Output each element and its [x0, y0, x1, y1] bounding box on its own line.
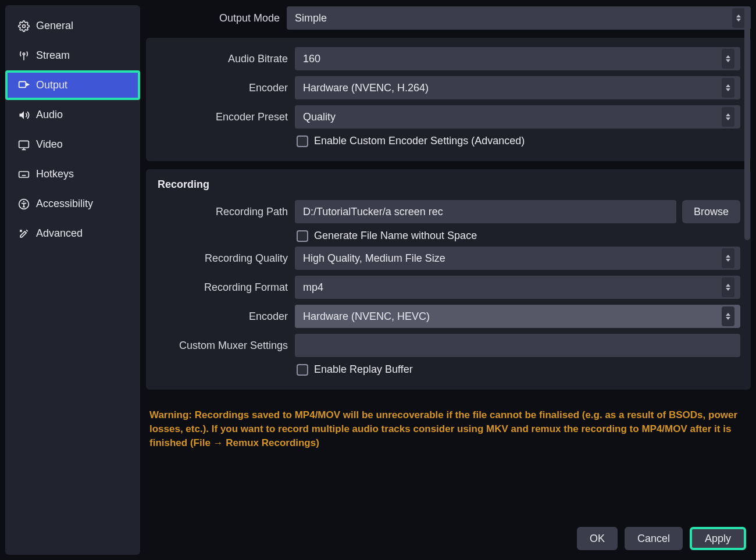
recording-panel: Recording Recording Path D:/TutorialTuck… — [146, 169, 751, 390]
recording-encoder-label: Encoder — [154, 311, 289, 323]
sidebar-item-advanced[interactable]: Advanced — [5, 219, 140, 248]
recording-path-value: D:/TutorialTucker/a screen rec — [303, 206, 443, 218]
dropdown-spinner-icon[interactable] — [732, 8, 745, 28]
dropdown-spinner-icon[interactable] — [722, 78, 734, 98]
scrollbar[interactable] — [744, 8, 751, 497]
custom-muxer-label: Custom Muxer Settings — [154, 340, 289, 352]
sidebar-item-label: Video — [36, 138, 63, 151]
recording-format-select[interactable]: mp4 — [295, 276, 740, 299]
generate-filename-no-space-checkbox[interactable] — [297, 230, 308, 242]
svg-rect-2 — [19, 81, 26, 87]
recording-encoder-value: Hardware (NVENC, HEVC) — [303, 311, 430, 323]
enable-replay-buffer-label: Enable Replay Buffer — [314, 363, 413, 376]
antenna-icon — [18, 50, 30, 62]
speaker-icon — [18, 109, 30, 121]
recording-format-value: mp4 — [303, 281, 323, 294]
svg-point-0 — [23, 24, 26, 27]
recording-quality-value: High Quality, Medium File Size — [303, 252, 445, 265]
stream-encoder-label: Encoder — [154, 82, 289, 94]
apply-button[interactable]: Apply — [690, 527, 746, 550]
sidebar-item-accessibility[interactable]: Accessibility — [5, 189, 140, 219]
sidebar-item-label: Accessibility — [36, 198, 93, 210]
enable-custom-encoder-checkbox[interactable] — [297, 135, 308, 147]
sidebar-item-video[interactable]: Video — [5, 130, 140, 159]
enable-custom-encoder-label: Enable Custom Encoder Settings (Advanced… — [314, 135, 525, 147]
dropdown-spinner-icon[interactable] — [722, 248, 734, 268]
sidebar-item-label: Audio — [36, 109, 63, 121]
custom-muxer-input[interactable] — [295, 334, 740, 357]
dropdown-spinner-icon[interactable] — [722, 306, 734, 326]
encoder-preset-value: Quality — [303, 111, 336, 123]
scroll-thumb[interactable] — [744, 8, 750, 240]
ok-button[interactable]: OK — [577, 527, 618, 550]
generate-filename-no-space-label: Generate File Name without Space — [314, 230, 477, 242]
stream-encoder-select[interactable]: Hardware (NVENC, H.264) — [295, 76, 740, 99]
sidebar-item-label: Stream — [36, 49, 70, 62]
settings-main: Output Mode Simple Audio Bitrate 160 — [146, 5, 751, 555]
dropdown-spinner-icon[interactable] — [722, 277, 734, 297]
sidebar-item-label: Hotkeys — [36, 168, 74, 180]
recording-encoder-select[interactable]: Hardware (NVENC, HEVC) — [295, 305, 740, 328]
sidebar-item-audio[interactable]: Audio — [5, 100, 140, 130]
recording-format-label: Recording Format — [154, 281, 289, 294]
recording-path-input[interactable]: D:/TutorialTucker/a screen rec — [295, 200, 676, 223]
sidebar-item-stream[interactable]: Stream — [5, 41, 140, 70]
svg-rect-4 — [19, 172, 29, 177]
browse-button[interactable]: Browse — [682, 200, 740, 223]
stream-encoder-value: Hardware (NVENC, H.264) — [303, 82, 429, 94]
settings-sidebar: General Stream Output Audio Video — [5, 5, 140, 555]
warning-text: Warning: Recordings saved to MP4/MOV wil… — [146, 398, 751, 453]
recording-quality-select[interactable]: High Quality, Medium File Size — [295, 247, 740, 270]
output-icon — [18, 80, 30, 91]
recording-path-label: Recording Path — [154, 206, 289, 218]
encoder-preset-label: Encoder Preset — [154, 111, 289, 123]
output-mode-value: Simple — [295, 12, 327, 24]
keyboard-icon — [18, 169, 30, 180]
audio-bitrate-label: Audio Bitrate — [154, 53, 289, 65]
recording-quality-label: Recording Quality — [154, 252, 289, 265]
dropdown-spinner-icon[interactable] — [722, 107, 734, 127]
accessibility-icon — [18, 198, 30, 210]
audio-bitrate-value: 160 — [303, 53, 320, 65]
gear-icon — [18, 20, 30, 32]
recording-section-title: Recording — [158, 179, 740, 191]
sidebar-item-label: Output — [36, 79, 67, 91]
cancel-button[interactable]: Cancel — [625, 527, 683, 550]
sidebar-item-label: General — [36, 20, 73, 32]
monitor-icon — [18, 139, 30, 151]
svg-point-1 — [23, 53, 24, 55]
encoder-preset-select[interactable]: Quality — [295, 105, 740, 129]
sidebar-item-output[interactable]: Output — [5, 70, 140, 100]
output-mode-select[interactable]: Simple — [287, 6, 751, 30]
sidebar-item-general[interactable]: General — [5, 11, 140, 41]
svg-point-6 — [23, 201, 25, 202]
enable-replay-buffer-checkbox[interactable] — [297, 364, 308, 376]
tools-icon — [18, 228, 30, 240]
output-mode-label: Output Mode — [146, 12, 281, 24]
svg-rect-3 — [19, 141, 29, 148]
streaming-panel: Audio Bitrate 160 Encoder Hardware (NVEN… — [146, 38, 751, 161]
sidebar-item-hotkeys[interactable]: Hotkeys — [5, 159, 140, 189]
sidebar-item-label: Advanced — [36, 227, 83, 240]
dialog-footer: OK Cancel Apply — [146, 514, 751, 555]
dropdown-spinner-icon[interactable] — [722, 49, 734, 69]
audio-bitrate-select[interactable]: 160 — [295, 47, 740, 70]
